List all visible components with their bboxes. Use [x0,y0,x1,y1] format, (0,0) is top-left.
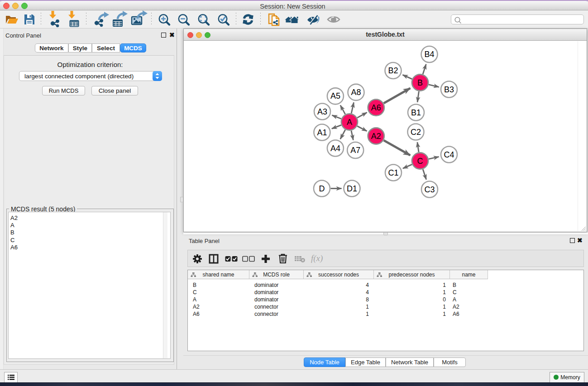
svg-text:A7: A7 [350,146,360,155]
svg-text:D1: D1 [347,184,357,193]
svg-text:C1: C1 [388,168,398,177]
svg-text:C2: C2 [411,128,421,137]
svg-text:C: C [417,157,423,166]
svg-text:C3: C3 [424,185,435,194]
svg-text:A6: A6 [371,103,381,112]
svg-text:B1: B1 [411,108,421,117]
svg-text:A5: A5 [330,91,340,100]
svg-text:B3: B3 [444,85,454,94]
svg-text:A3: A3 [317,107,327,116]
svg-text:B2: B2 [388,66,398,75]
svg-text:B: B [417,78,423,87]
svg-text:C4: C4 [444,150,454,159]
svg-text:D: D [319,184,325,193]
svg-text:A: A [347,118,352,127]
svg-text:B4: B4 [424,50,434,59]
svg-text:A8: A8 [351,88,361,97]
svg-text:A2: A2 [371,132,381,141]
svg-text:A1: A1 [317,128,327,137]
svg-text:A4: A4 [330,144,340,153]
